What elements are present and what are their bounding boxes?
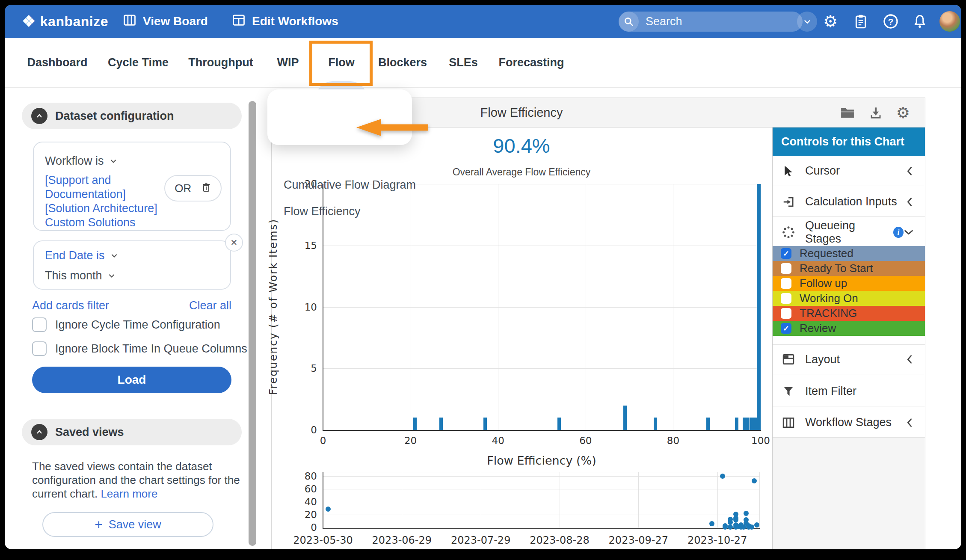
load-button[interactable]: Load xyxy=(32,367,231,393)
stage-checkbox[interactable] xyxy=(781,278,791,289)
chevron-left-icon xyxy=(905,354,914,364)
ignore-block-time-checkbox[interactable] xyxy=(32,341,47,356)
clipboard-icon[interactable] xyxy=(851,5,870,38)
stage-row-follow-up[interactable]: Follow up xyxy=(773,276,925,291)
stage-checkbox[interactable]: ✓ xyxy=(781,323,791,334)
chart-settings-gear-icon[interactable]: ⚙ xyxy=(895,104,912,121)
edit-workflows-icon xyxy=(231,14,246,30)
stage-label: Requested xyxy=(800,247,853,260)
tab-sles[interactable]: SLEs xyxy=(449,38,478,87)
scatter-gridline-h xyxy=(323,476,759,477)
annotation-highlight-box xyxy=(309,41,373,86)
control-section-cursor[interactable]: Cursor xyxy=(773,156,925,186)
dataset-configuration-header[interactable]: Dataset configuration xyxy=(22,103,242,129)
learn-more-link[interactable]: Learn more xyxy=(101,487,157,500)
histogram-y-axis-title: Frequency (# of Work Items) xyxy=(267,219,279,395)
date-filter-value-label: This month xyxy=(45,269,102,282)
chevron-down-icon xyxy=(109,157,118,166)
histogram-bar xyxy=(746,418,750,430)
item-filter-icon xyxy=(781,384,796,399)
control-section-calculation-inputs[interactable]: Calculation Inputs xyxy=(773,187,925,217)
nav-view-board[interactable]: View Board xyxy=(122,5,208,38)
chevron-left-icon xyxy=(905,418,914,428)
search-scope-chevron-icon[interactable] xyxy=(797,12,817,32)
histogram-bar xyxy=(557,418,561,430)
search-input[interactable] xyxy=(639,15,797,28)
stage-checkbox[interactable] xyxy=(781,308,791,319)
user-avatar[interactable] xyxy=(939,11,960,32)
saved-views-folder-icon[interactable] xyxy=(839,104,856,121)
histogram-y-tick: 5 xyxy=(299,363,317,374)
settings-gear-icon[interactable]: ⚙ xyxy=(821,5,840,38)
info-icon[interactable]: i xyxy=(893,227,904,238)
nav-edit-workflows[interactable]: Edit Workflows xyxy=(231,5,338,38)
stage-row-ready-to-start[interactable]: Ready To Start xyxy=(773,261,925,276)
stage-checkbox[interactable]: ✓ xyxy=(781,248,791,259)
stage-row-requested[interactable]: ✓Requested xyxy=(773,246,925,261)
ignore-cycle-time-checkbox[interactable] xyxy=(32,317,47,332)
tab-forecasting[interactable]: Forecasting xyxy=(498,38,564,87)
queueing-stages-list: ✓RequestedReady To StartFollow upWorking… xyxy=(773,246,925,336)
menu-item-cumulative-flow-diagram[interactable]: Cumulative Flow Diagram xyxy=(284,178,416,192)
scatter-point xyxy=(728,524,733,530)
layout-label: Layout xyxy=(805,353,905,366)
control-section-workflow-stages[interactable]: Workflow Stages xyxy=(773,408,925,438)
scatter-point xyxy=(733,517,738,522)
workflow-filter-value[interactable]: [Support and Documentation][Solution Arc… xyxy=(45,173,166,230)
histogram-y-tick: 10 xyxy=(299,302,317,313)
scatter-gridline-h xyxy=(323,489,759,489)
stage-label: Ready To Start xyxy=(800,262,873,275)
saved-views-header[interactable]: Saved views xyxy=(22,419,242,445)
scatter-x-tick: 2023-08-28 xyxy=(525,534,594,546)
stage-checkbox[interactable] xyxy=(781,293,791,304)
kanbanize-logo[interactable]: ❖ kanbanize xyxy=(22,5,108,38)
dataset-configuration-title: Dataset configuration xyxy=(55,110,174,123)
global-search[interactable] xyxy=(619,12,803,32)
collapse-chevron-up-icon[interactable] xyxy=(31,108,47,124)
download-icon[interactable] xyxy=(867,104,884,121)
filter-links-row: Add cards filter Clear all xyxy=(32,299,231,312)
stage-row-working-on[interactable]: Working On xyxy=(773,291,925,306)
scatter-y-tick: 20 xyxy=(299,509,317,520)
stage-label: Review xyxy=(800,322,836,335)
remove-date-filter-close-icon[interactable]: ✕ xyxy=(225,234,243,252)
stage-row-tracking[interactable]: TRACKING xyxy=(773,306,925,321)
ignore-cycle-time-label: Ignore Cycle Time Configuration xyxy=(55,318,220,332)
sidebar-scrollbar[interactable] xyxy=(249,101,256,546)
tab-dashboard[interactable]: Dashboard xyxy=(27,38,87,87)
ignore-block-time-label: Ignore Block Time In Queue Columns xyxy=(55,342,247,356)
histogram-bar xyxy=(413,418,417,430)
histogram-x-axis-title: Flow Efficiency (%) xyxy=(487,454,596,467)
scatter-x-tick: 2023-09-27 xyxy=(604,534,673,546)
control-section-queueing-stages[interactable]: Queueing Stages i xyxy=(773,217,925,247)
clear-all-link[interactable]: Clear all xyxy=(189,299,231,312)
workflow-stages-icon xyxy=(781,415,796,430)
workflow-filter-field[interactable]: Workflow is xyxy=(45,154,230,168)
histogram-y-tick: 0 xyxy=(299,424,317,436)
filter-operator-pill: OR xyxy=(164,175,222,201)
kpi-value: 90.4% xyxy=(493,134,550,157)
date-filter-card: End Date is This month xyxy=(33,240,231,290)
nav-view-board-label: View Board xyxy=(143,15,208,28)
help-icon[interactable]: ? xyxy=(881,5,900,38)
save-view-button[interactable]: + Save view xyxy=(42,512,213,537)
collapse-chevron-up-icon[interactable] xyxy=(31,424,47,440)
stage-checkbox[interactable] xyxy=(781,263,791,274)
control-section-item-filter[interactable]: Item Filter xyxy=(773,376,925,406)
date-filter-value[interactable]: This month xyxy=(45,269,230,282)
search-icon xyxy=(619,12,639,32)
menu-item-flow-efficiency[interactable]: Flow Efficiency xyxy=(284,205,361,218)
or-operator-button[interactable]: OR xyxy=(175,182,191,195)
save-view-label: Save view xyxy=(109,518,161,531)
add-cards-filter-link[interactable]: Add cards filter xyxy=(32,299,109,312)
tab-cycle-time[interactable]: Cycle Time xyxy=(108,38,169,87)
notifications-bell-icon[interactable] xyxy=(910,5,929,38)
delete-filter-trash-icon[interactable] xyxy=(201,182,211,195)
tab-blockers[interactable]: Blockers xyxy=(378,38,427,87)
tab-wip[interactable]: WIP xyxy=(277,38,299,87)
stage-row-review[interactable]: ✓Review xyxy=(773,321,925,336)
tab-throughput[interactable]: Throughput xyxy=(188,38,253,87)
control-section-layout[interactable]: Layout xyxy=(773,344,925,374)
date-filter-field[interactable]: End Date is xyxy=(45,249,230,262)
cursor-icon xyxy=(781,164,796,178)
